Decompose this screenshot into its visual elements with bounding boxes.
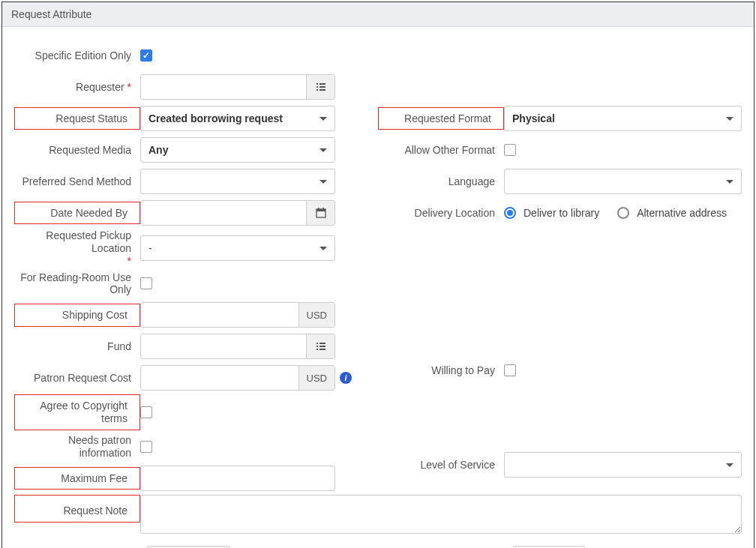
label-reading-room: For Reading-Room Use Only bbox=[14, 271, 140, 297]
label-request-note: Request Note bbox=[14, 495, 140, 523]
label-request-status: Request Status bbox=[14, 107, 140, 130]
svg-rect-14 bbox=[316, 349, 318, 350]
svg-rect-1 bbox=[320, 83, 326, 85]
chevron-down-icon bbox=[320, 117, 327, 121]
delivery-location-option-alternative[interactable]: Alternative address bbox=[617, 207, 727, 219]
svg-rect-2 bbox=[316, 86, 318, 88]
panel-title: Request Attribute bbox=[2, 2, 754, 27]
delivery-location-library-label: Deliver to library bbox=[524, 207, 599, 219]
label-agree-copyright: Agree to Copyright terms bbox=[14, 394, 140, 430]
request-status-select[interactable]: Created borrowing request bbox=[140, 106, 335, 131]
svg-rect-0 bbox=[316, 83, 318, 85]
fund-group bbox=[140, 334, 335, 359]
label-maximum-fee: Maximum Fee bbox=[14, 467, 140, 490]
chevron-down-icon bbox=[320, 247, 327, 250]
requested-media-value: Any bbox=[148, 144, 168, 156]
delivery-location-option-library[interactable]: Deliver to library bbox=[504, 207, 599, 219]
chevron-down-icon bbox=[726, 463, 734, 467]
panel-body: Specific Edition Only Requester bbox=[2, 27, 754, 548]
calendar-icon bbox=[316, 208, 326, 218]
language-select[interactable] bbox=[504, 169, 742, 194]
label-allow-other-format: Allow Other Format bbox=[378, 144, 504, 157]
label-requested-pickup-location: Requested Pickup Location bbox=[14, 229, 140, 267]
requested-format-value: Physical bbox=[512, 112, 555, 124]
fund-input[interactable] bbox=[141, 334, 306, 358]
svg-rect-5 bbox=[320, 89, 326, 91]
requested-pickup-location-select[interactable]: - bbox=[140, 235, 335, 261]
chevron-down-icon bbox=[320, 180, 327, 184]
patron-request-cost-input[interactable] bbox=[141, 366, 298, 390]
chevron-down-icon bbox=[320, 148, 327, 152]
shipping-cost-input[interactable] bbox=[141, 303, 298, 327]
svg-rect-13 bbox=[320, 346, 326, 347]
label-delivery-location: Delivery Location bbox=[378, 207, 504, 220]
requester-input-group bbox=[140, 74, 335, 100]
svg-rect-4 bbox=[316, 89, 318, 91]
label-language: Language bbox=[378, 175, 504, 188]
list-icon bbox=[315, 340, 327, 352]
level-of-service-select[interactable] bbox=[504, 452, 742, 478]
label-willing-to-pay: Willing to Pay bbox=[378, 364, 504, 377]
svg-rect-3 bbox=[320, 86, 326, 88]
requested-media-select[interactable]: Any bbox=[140, 137, 335, 163]
shipping-cost-group: USD bbox=[140, 302, 335, 328]
preferred-send-method-select[interactable] bbox=[140, 169, 335, 194]
svg-rect-11 bbox=[320, 343, 326, 344]
delivery-location-alternative-label: Alternative address bbox=[637, 207, 727, 219]
agree-copyright-checkbox[interactable] bbox=[140, 406, 152, 418]
chevron-down-icon bbox=[726, 117, 734, 121]
svg-rect-7 bbox=[316, 209, 326, 211]
date-needed-by-input[interactable] bbox=[141, 201, 306, 225]
request-note-textarea[interactable] bbox=[140, 495, 742, 534]
request-status-value: Created borrowing request bbox=[148, 112, 283, 124]
label-patron-request-cost: Patron Request Cost bbox=[14, 372, 140, 385]
date-needed-by-calendar-button[interactable] bbox=[306, 201, 334, 225]
label-requested-format: Requested Format bbox=[378, 107, 504, 130]
label-level-of-service: Level of Service bbox=[378, 459, 504, 472]
radio-checked-icon bbox=[504, 207, 516, 219]
fund-lookup-button[interactable] bbox=[306, 334, 334, 358]
svg-rect-9 bbox=[322, 208, 324, 210]
label-date-needed-by: Date Needed By bbox=[14, 202, 140, 225]
label-needs-patron-info: Needs patron information bbox=[14, 434, 140, 460]
willing-to-pay-checkbox[interactable] bbox=[504, 364, 516, 376]
label-fund: Fund bbox=[14, 340, 140, 353]
requester-input[interactable] bbox=[141, 75, 306, 99]
patron-request-cost-group: USD bbox=[140, 365, 335, 391]
list-icon bbox=[315, 81, 327, 93]
label-requester: Requester bbox=[14, 81, 140, 94]
label-shipping-cost: Shipping Cost bbox=[14, 304, 140, 327]
svg-rect-12 bbox=[316, 346, 318, 347]
allow-other-format-checkbox[interactable] bbox=[504, 144, 516, 156]
chevron-down-icon bbox=[726, 180, 734, 184]
label-preferred-send-method: Preferred Send Method bbox=[14, 175, 140, 188]
reading-room-checkbox[interactable] bbox=[140, 277, 152, 289]
label-requested-media: Requested Media bbox=[14, 144, 140, 157]
specific-edition-only-checkbox[interactable] bbox=[140, 49, 152, 61]
requested-format-select[interactable]: Physical bbox=[504, 106, 742, 131]
needs-patron-info-checkbox[interactable] bbox=[140, 441, 152, 453]
request-attribute-panel: Request Attribute Specific Edition Only … bbox=[2, 1, 754, 548]
label-specific-edition-only: Specific Edition Only bbox=[14, 49, 140, 62]
date-needed-by-group bbox=[140, 200, 335, 226]
patron-request-cost-currency: USD bbox=[298, 366, 334, 390]
svg-rect-10 bbox=[316, 343, 318, 344]
requested-pickup-location-value: - bbox=[148, 242, 152, 254]
radio-unchecked-icon bbox=[617, 207, 629, 219]
info-icon[interactable]: i bbox=[340, 372, 352, 384]
svg-rect-8 bbox=[318, 208, 320, 210]
requester-lookup-button[interactable] bbox=[306, 75, 334, 99]
maximum-fee-input[interactable] bbox=[140, 466, 335, 491]
svg-rect-15 bbox=[320, 349, 326, 350]
shipping-cost-currency: USD bbox=[298, 303, 334, 327]
